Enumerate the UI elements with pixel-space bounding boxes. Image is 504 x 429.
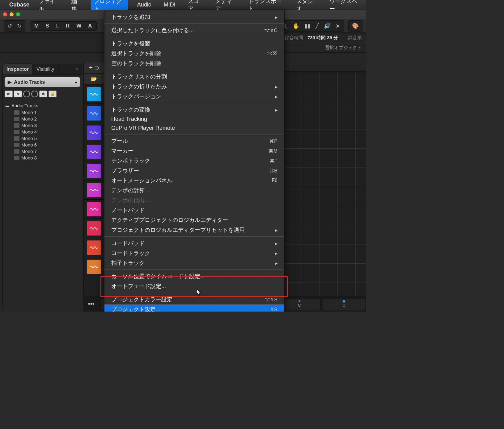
menu-item[interactable]: オートフェード設定... (104, 281, 284, 291)
menu-item[interactable]: テンポトラック⌘T (104, 156, 284, 166)
tree-folder[interactable]: ▭ Audio Tracks (5, 102, 79, 109)
range-tool-icon[interactable]: ▮▮ (303, 22, 311, 30)
menu-item[interactable]: プロジェクトのロジカルエディタープリセットを適用 (104, 225, 284, 235)
menu-item[interactable]: GoPro VR Player Remote (104, 124, 284, 133)
menu-item[interactable]: ノートパッド (104, 205, 284, 215)
hand-tool-icon[interactable]: ✋ (292, 22, 300, 30)
state-buttons: M S L R W A (30, 21, 97, 31)
menu-item-label: テンポの検出... (111, 197, 149, 204)
menu-item[interactable]: テンポの計算... (104, 185, 284, 195)
rec-time-value: 730 時間 35 分 (307, 35, 338, 41)
track-row[interactable] (84, 104, 104, 123)
menu-item[interactable]: コードパッド (104, 238, 284, 248)
menu-item[interactable]: トラックバージョン (104, 91, 284, 101)
chord-menu-button[interactable]: ••• (83, 300, 100, 308)
track-row[interactable] (84, 257, 104, 276)
settings-icon[interactable]: ⬡ (95, 65, 99, 71)
menu-item[interactable]: トラックの折りたたみ (104, 82, 284, 91)
audio-wave-icon (90, 92, 98, 97)
menu-item[interactable]: プロジェクトカラー設定...⌥⇧S (104, 295, 284, 304)
track-row[interactable] (84, 181, 104, 200)
track-color-swatch (87, 183, 101, 197)
track-row[interactable] (84, 238, 104, 257)
menu-item[interactable]: プール⌘P (104, 136, 284, 146)
undo-icon[interactable]: ↺ (6, 22, 13, 30)
track-row[interactable] (84, 200, 104, 219)
mute-button[interactable]: m (5, 91, 13, 97)
menu-item[interactable]: Head Tracking (104, 115, 284, 124)
track-row[interactable] (84, 142, 104, 161)
menu-item[interactable]: 空のトラックを削除 (104, 58, 284, 68)
inspector-buttons: m s ❄ 🔒 (5, 91, 80, 97)
solo-all-button[interactable]: S (44, 23, 51, 29)
color-tool[interactable]: 🎨 (348, 20, 362, 32)
menu-item[interactable]: カーソル位置でタイムコードを設定... (104, 271, 284, 281)
tree-item[interactable]: Mono 6 (5, 142, 79, 148)
track-row[interactable] (84, 123, 104, 142)
track-row[interactable] (84, 219, 104, 238)
rec-format-label: 録音形 (348, 35, 362, 41)
minimize-button[interactable] (10, 12, 14, 16)
chord-pad-slot[interactable]: C (323, 298, 365, 310)
menu-item[interactable]: ブラウザー⌘B (104, 166, 284, 176)
inspector-track-header[interactable]: ▶ Audio Tracks ▸ (5, 77, 80, 87)
folder-open-icon[interactable]: 📂 (84, 74, 104, 85)
tree-item[interactable]: Mono 1 (5, 109, 79, 116)
track-row[interactable] (84, 85, 104, 104)
audio-wave-icon (90, 130, 98, 135)
tree-item[interactable]: Mono 4 (5, 129, 79, 135)
menu-item[interactable]: オートメーションパネルF6 (104, 176, 284, 185)
menu-item[interactable]: アクティブプロジェクトのロジカルエディター (104, 215, 284, 225)
tab-equals-icon[interactable]: ≡ (72, 64, 82, 74)
arrow-tool-icon[interactable]: ➤ (335, 22, 341, 30)
track-row[interactable] (84, 161, 104, 181)
lock-button[interactable]: 🔒 (49, 91, 57, 97)
tree-item[interactable]: Mono 3 (5, 122, 79, 129)
speaker-tool-icon[interactable]: 🔊 (323, 22, 332, 30)
solo-button[interactable]: s (14, 91, 22, 97)
record-enable-button[interactable] (23, 91, 30, 97)
menu-item[interactable]: 選択トラックを削除⇧⌫ (104, 49, 284, 58)
menu-shortcut: ⇧S (270, 307, 277, 312)
menu-separator (104, 23, 284, 24)
menu-item[interactable]: マーカー⌘M (104, 146, 284, 156)
app-name[interactable]: Cubase (9, 2, 29, 8)
monitor-button[interactable] (31, 91, 38, 97)
menu-item[interactable]: トラックリストの分割 (104, 72, 284, 82)
waveform-icon (14, 136, 19, 141)
read-button[interactable]: R (64, 23, 71, 29)
submenu-arrow-icon (271, 227, 277, 233)
track-color-swatch (87, 221, 101, 236)
menu-item[interactable]: 拍子トラック (104, 258, 284, 268)
listen-button[interactable]: L (54, 23, 61, 29)
tree-item[interactable]: Mono 8 (5, 155, 79, 161)
add-track-button[interactable]: + (89, 64, 93, 71)
menu-item[interactable]: コードトラック (104, 248, 284, 258)
menu-item[interactable]: 選択したトラックに色を付ける...⌥⇧C (104, 25, 284, 35)
maximize-button[interactable] (16, 12, 20, 16)
tree-item[interactable]: Mono 2 (5, 116, 79, 122)
automation-button[interactable]: A (86, 23, 94, 29)
menu-separator (104, 236, 284, 237)
audio-wave-icon (90, 207, 98, 212)
tree-item[interactable]: Mono 5 (5, 135, 79, 142)
write-button[interactable]: W (74, 23, 83, 29)
menu-item[interactable]: プロジェクト設定...⇧S (104, 304, 284, 312)
freeze-button[interactable]: ❄ (39, 91, 47, 97)
play-triangle-icon: ▶ (8, 79, 11, 85)
waveform-icon (14, 143, 19, 147)
menu-midi[interactable]: MIDI (161, 0, 179, 9)
redo-icon[interactable]: ↻ (16, 22, 23, 30)
menu-item[interactable]: トラックを複製 (104, 39, 284, 49)
menu-item[interactable]: トラックを追加 (104, 12, 284, 22)
menu-audio[interactable]: Audio (134, 0, 155, 9)
menu-item-label: トラックリストの分割 (111, 73, 167, 80)
tab-inspector[interactable]: Inspector (3, 64, 33, 74)
tree-item[interactable]: Mono 7 (5, 148, 79, 155)
audio-wave-icon (90, 111, 98, 116)
menu-item[interactable]: トラックの変換 (104, 105, 284, 115)
mute-all-button[interactable]: M (32, 23, 40, 29)
tab-visibility[interactable]: Visibility (33, 64, 58, 74)
close-button[interactable] (3, 12, 7, 16)
draw-tool-icon[interactable]: ╱ (315, 22, 320, 30)
